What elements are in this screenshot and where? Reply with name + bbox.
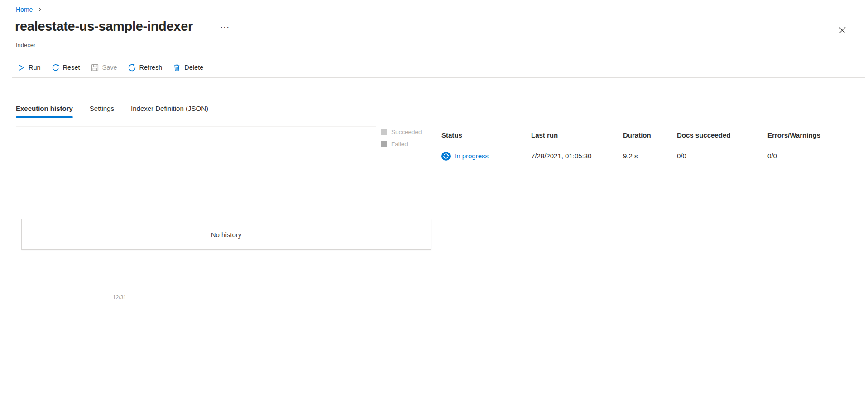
chart-x-tick xyxy=(120,285,120,288)
duration-cell: 9.2 s xyxy=(623,152,677,160)
legend-item-failed: Failed xyxy=(381,141,422,148)
tab-execution-history[interactable]: Execution history xyxy=(16,105,73,117)
column-header-duration: Duration xyxy=(623,131,677,139)
tab-settings[interactable]: Settings xyxy=(90,105,114,117)
breadcrumb-home-link[interactable]: Home xyxy=(16,6,33,13)
no-history-message-box: No history xyxy=(21,219,431,250)
errors-warnings-cell: 0/0 xyxy=(767,152,865,160)
tab-bar: Execution history Settings Indexer Defin… xyxy=(16,105,208,117)
refresh-icon xyxy=(128,64,136,72)
status-in-progress-link[interactable]: In progress xyxy=(455,152,489,160)
save-button[interactable]: Save xyxy=(86,60,123,75)
chevron-right-icon xyxy=(37,7,43,12)
column-header-last-run: Last run xyxy=(531,131,623,139)
tab-indexer-definition-json[interactable]: Indexer Definition (JSON) xyxy=(131,105,208,117)
docs-succeeded-cell: 0/0 xyxy=(677,152,767,160)
command-bar: Run Reset Save Refresh xyxy=(12,60,209,75)
succeeded-swatch-icon xyxy=(381,129,387,135)
reset-icon xyxy=(52,64,59,72)
delete-button[interactable]: Delete xyxy=(168,60,209,75)
chart-x-tick-label: 12/31 xyxy=(106,294,133,301)
execution-history-table: Status Last run Duration Docs succeeded … xyxy=(436,131,865,167)
column-header-docs-succeeded: Docs succeeded xyxy=(677,131,767,139)
column-header-status: Status xyxy=(441,131,531,139)
refresh-button[interactable]: Refresh xyxy=(123,60,168,75)
no-history-text: No history xyxy=(211,231,242,239)
page-title: realestate-us-sample-indexer xyxy=(15,19,193,34)
table-row: In progress 7/28/2021, 01:05:30 9.2 s 0/… xyxy=(436,145,865,167)
reset-button[interactable]: Reset xyxy=(46,60,86,75)
legend-item-succeeded: Succeeded xyxy=(381,129,422,135)
chart-x-axis xyxy=(16,288,376,288)
run-button[interactable]: Run xyxy=(12,60,46,75)
status-cell: In progress xyxy=(441,152,531,161)
save-icon xyxy=(91,64,99,72)
chart-legend: Succeeded Failed xyxy=(381,129,422,148)
resource-type-label: Indexer xyxy=(16,42,35,48)
column-header-errors-warnings: Errors/Warnings xyxy=(767,131,865,139)
last-run-cell: 7/28/2021, 01:05:30 xyxy=(531,152,623,160)
close-button[interactable] xyxy=(835,24,849,37)
toolbar-divider xyxy=(12,77,865,78)
run-icon xyxy=(17,64,25,72)
breadcrumb: Home xyxy=(16,6,43,13)
more-options-icon[interactable]: ··· xyxy=(221,24,230,31)
table-header-row: Status Last run Duration Docs succeeded … xyxy=(436,131,865,145)
chart-top-border xyxy=(16,126,376,127)
close-icon xyxy=(837,25,847,35)
failed-swatch-icon xyxy=(381,141,387,147)
delete-icon xyxy=(173,64,181,72)
in-progress-sync-icon xyxy=(441,152,451,161)
